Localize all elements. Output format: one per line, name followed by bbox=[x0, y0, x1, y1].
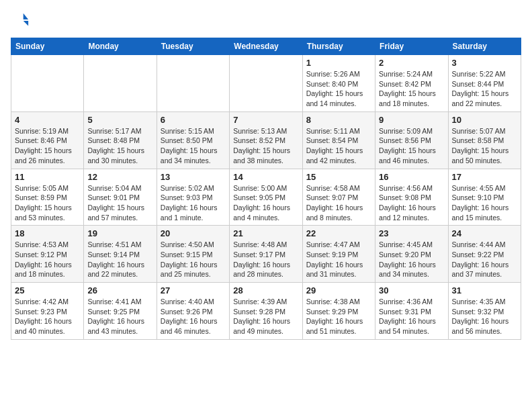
calendar-cell: 26Sunrise: 4:41 AM Sunset: 9:25 PM Dayli… bbox=[84, 283, 157, 340]
day-number: 25 bbox=[15, 285, 80, 295]
day-detail: Sunrise: 4:50 AM Sunset: 9:15 PM Dayligh… bbox=[161, 240, 226, 279]
day-number: 16 bbox=[379, 172, 444, 182]
day-number: 22 bbox=[306, 228, 371, 238]
day-detail: Sunrise: 4:56 AM Sunset: 9:08 PM Dayligh… bbox=[379, 183, 444, 223]
calendar-cell: 21Sunrise: 4:48 AM Sunset: 9:17 PM Dayli… bbox=[230, 226, 302, 283]
calendar-cell: 4Sunrise: 5:19 AM Sunset: 8:46 PM Daylig… bbox=[11, 111, 84, 169]
day-number: 15 bbox=[306, 172, 371, 182]
header-cell: Sunday bbox=[11, 38, 84, 55]
day-number: 20 bbox=[161, 228, 226, 238]
day-number: 6 bbox=[161, 115, 226, 125]
day-number: 3 bbox=[452, 58, 517, 68]
calendar-cell: 20Sunrise: 4:50 AM Sunset: 9:15 PM Dayli… bbox=[157, 226, 229, 283]
calendar-table: SundayMondayTuesdayWednesdayThursdayFrid… bbox=[11, 38, 521, 340]
day-detail: Sunrise: 4:40 AM Sunset: 9:26 PM Dayligh… bbox=[161, 297, 226, 336]
calendar-cell: 17Sunrise: 4:55 AM Sunset: 9:10 PM Dayli… bbox=[448, 169, 521, 226]
day-detail: Sunrise: 4:41 AM Sunset: 9:25 PM Dayligh… bbox=[87, 297, 152, 336]
day-detail: Sunrise: 5:24 AM Sunset: 8:42 PM Dayligh… bbox=[379, 69, 444, 109]
day-number: 10 bbox=[452, 115, 517, 125]
calendar-cell: 10Sunrise: 5:07 AM Sunset: 8:58 PM Dayli… bbox=[448, 111, 521, 169]
day-number: 1 bbox=[306, 58, 371, 68]
calendar-cell: 19Sunrise: 4:51 AM Sunset: 9:14 PM Dayli… bbox=[84, 226, 157, 283]
header-cell: Tuesday bbox=[157, 38, 229, 55]
day-detail: Sunrise: 4:51 AM Sunset: 9:14 PM Dayligh… bbox=[87, 240, 152, 279]
day-number: 23 bbox=[379, 228, 444, 238]
calendar-cell: 28Sunrise: 4:39 AM Sunset: 9:28 PM Dayli… bbox=[230, 283, 302, 340]
calendar-week-row: 11Sunrise: 5:05 AM Sunset: 8:59 PM Dayli… bbox=[11, 169, 521, 226]
calendar-cell: 30Sunrise: 4:36 AM Sunset: 9:31 PM Dayli… bbox=[375, 283, 448, 340]
day-detail: Sunrise: 5:17 AM Sunset: 8:48 PM Dayligh… bbox=[87, 126, 152, 166]
calendar-cell: 1Sunrise: 5:26 AM Sunset: 8:40 PM Daylig… bbox=[302, 55, 375, 112]
header-cell: Wednesday bbox=[230, 38, 302, 55]
header-cell: Saturday bbox=[448, 38, 521, 55]
calendar-cell: 3Sunrise: 5:22 AM Sunset: 8:44 PM Daylig… bbox=[448, 55, 521, 112]
calendar-cell: 23Sunrise: 4:45 AM Sunset: 9:20 PM Dayli… bbox=[375, 226, 448, 283]
day-detail: Sunrise: 5:09 AM Sunset: 8:56 PM Dayligh… bbox=[379, 126, 444, 166]
day-detail: Sunrise: 5:26 AM Sunset: 8:40 PM Dayligh… bbox=[306, 69, 371, 109]
calendar-cell: 6Sunrise: 5:15 AM Sunset: 8:50 PM Daylig… bbox=[157, 111, 229, 169]
calendar-cell: 22Sunrise: 4:47 AM Sunset: 9:19 PM Dayli… bbox=[302, 226, 375, 283]
calendar-cell: 31Sunrise: 4:35 AM Sunset: 9:32 PM Dayli… bbox=[448, 283, 521, 340]
header-row: SundayMondayTuesdayWednesdayThursdayFrid… bbox=[11, 38, 521, 55]
calendar-cell bbox=[157, 55, 229, 112]
day-detail: Sunrise: 4:58 AM Sunset: 9:07 PM Dayligh… bbox=[306, 183, 371, 223]
day-number: 31 bbox=[452, 285, 517, 295]
day-detail: Sunrise: 4:35 AM Sunset: 9:32 PM Dayligh… bbox=[452, 297, 517, 336]
day-number: 12 bbox=[87, 172, 152, 182]
day-detail: Sunrise: 5:07 AM Sunset: 8:58 PM Dayligh… bbox=[452, 126, 517, 166]
day-detail: Sunrise: 5:19 AM Sunset: 8:46 PM Dayligh… bbox=[15, 126, 80, 166]
logo bbox=[11, 11, 32, 30]
day-detail: Sunrise: 5:00 AM Sunset: 9:05 PM Dayligh… bbox=[233, 183, 298, 223]
calendar-week-row: 1Sunrise: 5:26 AM Sunset: 8:40 PM Daylig… bbox=[11, 55, 521, 112]
header-cell: Monday bbox=[84, 38, 157, 55]
day-number: 24 bbox=[452, 228, 517, 238]
calendar-week-row: 18Sunrise: 4:53 AM Sunset: 9:12 PM Dayli… bbox=[11, 226, 521, 283]
calendar-cell bbox=[84, 55, 157, 112]
day-detail: Sunrise: 4:47 AM Sunset: 9:19 PM Dayligh… bbox=[306, 240, 371, 279]
calendar-cell: 27Sunrise: 4:40 AM Sunset: 9:26 PM Dayli… bbox=[157, 283, 229, 340]
calendar-cell: 29Sunrise: 4:38 AM Sunset: 9:29 PM Dayli… bbox=[302, 283, 375, 340]
day-number: 29 bbox=[306, 285, 371, 295]
header-cell: Thursday bbox=[302, 38, 375, 55]
day-detail: Sunrise: 5:22 AM Sunset: 8:44 PM Dayligh… bbox=[452, 69, 517, 109]
calendar-cell: 15Sunrise: 4:58 AM Sunset: 9:07 PM Dayli… bbox=[302, 169, 375, 226]
calendar-cell: 8Sunrise: 5:11 AM Sunset: 8:54 PM Daylig… bbox=[302, 111, 375, 169]
day-detail: Sunrise: 4:39 AM Sunset: 9:28 PM Dayligh… bbox=[233, 297, 298, 336]
day-detail: Sunrise: 5:05 AM Sunset: 8:59 PM Dayligh… bbox=[15, 183, 80, 223]
day-detail: Sunrise: 4:42 AM Sunset: 9:23 PM Dayligh… bbox=[15, 297, 80, 336]
calendar-cell: 5Sunrise: 5:17 AM Sunset: 8:48 PM Daylig… bbox=[84, 111, 157, 169]
calendar-cell: 12Sunrise: 5:04 AM Sunset: 9:01 PM Dayli… bbox=[84, 169, 157, 226]
day-detail: Sunrise: 4:45 AM Sunset: 9:20 PM Dayligh… bbox=[379, 240, 444, 279]
day-detail: Sunrise: 5:02 AM Sunset: 9:03 PM Dayligh… bbox=[161, 183, 226, 223]
calendar-cell: 25Sunrise: 4:42 AM Sunset: 9:23 PM Dayli… bbox=[11, 283, 84, 340]
logo-icon bbox=[11, 11, 30, 30]
day-detail: Sunrise: 5:11 AM Sunset: 8:54 PM Dayligh… bbox=[306, 126, 371, 166]
calendar-cell: 9Sunrise: 5:09 AM Sunset: 8:56 PM Daylig… bbox=[375, 111, 448, 169]
calendar-cell: 16Sunrise: 4:56 AM Sunset: 9:08 PM Dayli… bbox=[375, 169, 448, 226]
day-detail: Sunrise: 4:53 AM Sunset: 9:12 PM Dayligh… bbox=[15, 240, 80, 279]
calendar-cell bbox=[11, 55, 84, 112]
calendar-week-row: 4Sunrise: 5:19 AM Sunset: 8:46 PM Daylig… bbox=[11, 111, 521, 169]
day-number: 5 bbox=[87, 115, 152, 125]
svg-marker-1 bbox=[24, 21, 28, 26]
calendar-cell bbox=[230, 55, 302, 112]
header-cell: Friday bbox=[375, 38, 448, 55]
day-number: 8 bbox=[306, 115, 371, 125]
calendar-cell: 13Sunrise: 5:02 AM Sunset: 9:03 PM Dayli… bbox=[157, 169, 229, 226]
day-detail: Sunrise: 5:15 AM Sunset: 8:50 PM Dayligh… bbox=[161, 126, 226, 166]
day-number: 13 bbox=[161, 172, 226, 182]
day-number: 14 bbox=[233, 172, 298, 182]
day-number: 28 bbox=[233, 285, 298, 295]
calendar-cell: 7Sunrise: 5:13 AM Sunset: 8:52 PM Daylig… bbox=[230, 111, 302, 169]
day-detail: Sunrise: 5:04 AM Sunset: 9:01 PM Dayligh… bbox=[87, 183, 152, 223]
day-detail: Sunrise: 4:36 AM Sunset: 9:31 PM Dayligh… bbox=[379, 297, 444, 336]
svg-marker-0 bbox=[24, 13, 28, 19]
calendar-cell: 11Sunrise: 5:05 AM Sunset: 8:59 PM Dayli… bbox=[11, 169, 84, 226]
day-number: 26 bbox=[87, 285, 152, 295]
day-number: 30 bbox=[379, 285, 444, 295]
calendar-cell: 2Sunrise: 5:24 AM Sunset: 8:42 PM Daylig… bbox=[375, 55, 448, 112]
day-detail: Sunrise: 4:44 AM Sunset: 9:22 PM Dayligh… bbox=[452, 240, 517, 279]
day-detail: Sunrise: 4:38 AM Sunset: 9:29 PM Dayligh… bbox=[306, 297, 371, 336]
day-number: 11 bbox=[15, 172, 80, 182]
day-number: 17 bbox=[452, 172, 517, 182]
